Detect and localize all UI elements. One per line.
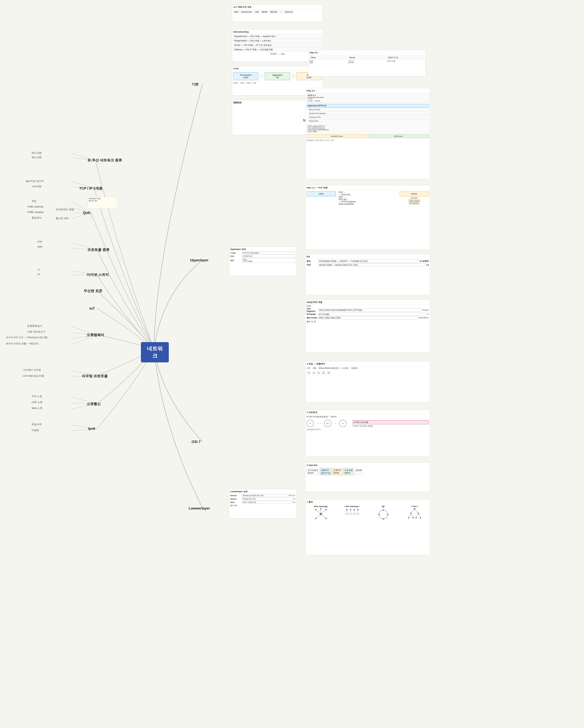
close-conn: close connection [339,203,397,205]
tree-topology-label: < Tree > [400,505,429,508]
3tier-arrow2: → [291,74,295,78]
http30-title: Http 3.0 [310,51,424,54]
ul-content1: HTTP FTP DNS SMTP [242,252,295,254]
ll-content3: HDLC 프레임 전송 [242,501,292,504]
branch-socket: 소켓통신 [87,401,101,406]
ll-ip: IP [294,498,295,500]
sub-hamming: 패리티 비트로 검출 — 해밍코드 [6,342,39,345]
dl-item2: 흐름제어(슬라이딩) [320,468,331,475]
diagram-qos-detail: 트래픽관리 방법통신망 관리 [88,197,117,208]
sub-traffic-shaping: Traffic shaping [27,211,44,214]
iw-row1: Repeater/Hub — OSI 1계층 — Segment 분리 [233,34,322,38]
svg-point-44 [357,509,359,511]
net-circle2: 2O [324,420,331,427]
svg-line-57 [411,513,413,518]
dl-item3: 오류제어(ARQ) [332,468,343,475]
http20-body: {"key":"hello"} [308,131,428,132]
6bu-label2: 세션 [307,264,318,266]
ul-label3: WAS [230,260,242,261]
internetworking-title: Internetworking [233,31,322,34]
coding-item1: NRZ [233,10,240,14]
datalink-title: 2 data link [307,464,429,467]
ll-layer: Y,H [293,501,295,503]
svg-point-40 [350,509,351,511]
diagram-6bu: 6부 접속 Presentation Mode — 표현하다 — Transla… [305,254,430,295]
coding-item6: → [279,10,283,14]
sub-link-state: Link state 알고리즘 [23,374,44,378]
qos-detail-text: 트래픽관리 방법통신망 관리 [89,198,117,202]
tb3: 다 [317,371,321,375]
svg-line-55 [409,513,411,518]
http30-desc: 0-RTT 연결 [387,60,424,62]
layer-tcp-layer: Transport [422,309,429,311]
svg-line-30 [316,514,321,518]
diagram-5session: 5세션/하위 계층 3 4 H TCP Segment Seq | Source… [305,300,430,353]
get-arrow: GET req → [339,198,397,201]
diagram-lowerlayer: Lowwerlayer 상세 Network Routing (경로설정) 최적… [229,489,296,518]
sub-sliding-window: 슬라이딩 윈도우 [26,179,44,183]
source-coding-title: 소스 매핑 라인 코딩 [233,6,322,9]
sub-queuing: 큐잉 [31,200,36,203]
synack-arrow: ← SYN-ACK [339,193,397,196]
layer-tcp: TCP Segment Seq | Source Port | Destinat… [307,308,429,312]
ll-label1: Network [230,495,242,496]
svg-point-38 [346,509,348,511]
transport-bits: 가 나 다 라 마 [307,371,429,375]
iw-note: TCP/IP ←→ OSI [270,53,285,55]
svg-point-56 [408,517,409,518]
svg-line-32 [321,514,326,518]
layer-mac-content: MAC | MAC Data | MAC [318,316,417,319]
ul-row3: WAS V-busTCP/기타통신 [230,258,295,263]
coding-item5: 8B/10B [269,10,278,14]
http30-tls: TLS 1.3 [348,60,386,62]
tb1: 가 [307,371,311,375]
ll-row3: HDLC HDLC 프레임 전송 Y,H [230,501,295,504]
6bu-L6: L6 표현계 [420,260,429,263]
layer-physical-note: 물리: K, 35 [307,320,429,323]
ll-label2: Network [230,498,242,500]
upperlayer-title: Upperlayer 상세 [230,248,295,251]
html-response-box: HTML responseCSS response [400,200,429,204]
tree-topology-svg [406,508,423,521]
svg-point-47 [387,514,389,515]
layer-ip-label: IP Packet [307,313,318,315]
ul-content3: V-busTCP/기타통신 [242,258,295,263]
transport-title: 4 전송 — 흐름제어 [307,363,429,366]
6bu-title: 6부 [307,255,429,259]
network-layer-title: 3 네트워크 [307,411,429,415]
http20-headers: HEADERS frame [307,134,367,138]
bus-topology-svg [343,508,361,521]
svg-point-31 [315,518,316,519]
diagram-datalink: 2 data link 미디어접근점관리 흐름제어(슬라이딩) 오류제어(ARQ… [305,463,430,492]
ul-content2: 프레젠테이션 [242,255,295,258]
svg-point-27 [315,509,316,511]
http20-transport: Transport (TCP) [308,115,429,119]
ul-row2: P,P,D 프레젠테이션 [230,255,295,258]
coding-item4: 4B/5B [261,10,268,14]
sub-l4: L4 [37,273,40,276]
layer-ip: IP Packet IP | IP addr IP [307,313,429,316]
sub-web-socket: Web 소켓 [31,407,42,410]
synack-box: SYN ACK [400,197,429,199]
branch-upperlayer: Upperlayer [190,258,208,262]
http11-title: HTTP 1.1 [308,94,428,97]
5session-title: 5세션/하위 계층 [307,301,429,304]
coding-item3: AMI [254,10,260,14]
diagram-transport: 4 전송 — 흐름제어 오류 흐름 Sliding Window (혼잡제어) … [305,361,430,402]
http20-label: Http 2.0 [307,89,429,93]
branch-ipv6: Ipv6 [88,426,95,431]
sub-tcp-socket: TCP 소켓 [31,395,42,398]
sub-congestion-control: 혼잡제어 [31,216,42,219]
http30-quic2: QUIC+TLS [387,56,424,59]
svg-point-45 [379,510,388,519]
datalink-items: 미디어접근점관리 흐름제어(슬라이딩) 오류제어(ARQ) 프로토콜(MAC) … [307,468,429,475]
coding-item7: Physical [284,10,294,14]
http30-client: Client [310,56,347,59]
central-node: 네트워크 [141,342,169,362]
ll-row2: Network Routing 최적 경로 IP [230,497,295,500]
http20-multiplex: 멀티플렉싱, 헤더 압축, 서버 푸시 지원 [307,139,429,141]
star-topology-svg [314,508,328,521]
6bu-row2: 세션 Session Node — Session Data (TLS, SSL… [307,263,429,266]
net-circle3: O [339,420,347,427]
layer-tcp-content: Seq | Source Port | Destination Port | T… [318,308,421,312]
